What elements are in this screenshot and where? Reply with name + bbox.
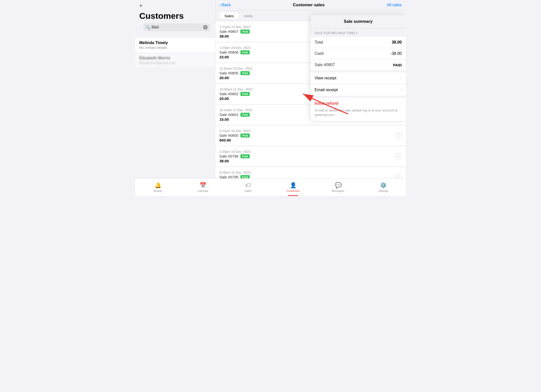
sale-info: 2:35pm 15 Dec, 2022 Sale #0796 Paid 38.0… — [219, 150, 395, 163]
summary-value-paid: PAID — [393, 63, 402, 67]
sales-icon: 🏷 — [245, 182, 251, 189]
summary-row-total: Total 38.00 — [311, 37, 406, 48]
table-row: 2:22pm 16 Dec, 2022 Sale #0800 Paid 600.… — [215, 125, 406, 146]
customer-detail-blurred: elizabethm@email.com — [139, 61, 211, 65]
back-label: Back — [222, 3, 231, 7]
activity-icon: 🔔 — [155, 182, 161, 189]
sale-amount: 38.00 — [219, 159, 395, 163]
paid-badge: Paid — [240, 175, 250, 179]
settings-label: Settings — [378, 189, 388, 192]
sale-line: Sale #0795 Paid — [219, 175, 395, 178]
sale-amount: 600.00 — [219, 138, 395, 142]
sale-summary-panel: Sale summary SALE FOR MELINDA TIMELY Tot… — [311, 15, 406, 121]
messages-icon: 💬 — [335, 182, 342, 189]
tab-bar-activity[interactable]: 🔔 Activity — [135, 179, 180, 196]
paid-badge: Paid — [240, 134, 250, 138]
tab-visits[interactable]: Visits — [239, 12, 258, 20]
issue-refund-section: Issue refund To edit or delete this sale… — [311, 98, 406, 121]
calendar-icon: 📅 — [200, 182, 206, 189]
sale-id: Sale #0800 — [219, 133, 238, 138]
summary-value-cash: -38.00 — [390, 51, 402, 56]
search-bar: 🔍 ✕ — [143, 23, 210, 31]
summary-label-total: Total — [315, 40, 323, 45]
table-row: 2:35pm 15 Dec, 2022 Sale #0796 Paid 38.0… — [215, 146, 406, 167]
search-clear-button[interactable]: ✕ — [203, 25, 208, 30]
sale-id: Sale #0806 — [219, 50, 238, 54]
info-button[interactable]: ⓘ — [395, 132, 402, 139]
view-receipt-button[interactable]: View receipt › — [311, 72, 406, 84]
calendar-label: Calendar — [197, 189, 209, 192]
nav-title: Customer sales — [231, 3, 387, 8]
paid-badge: Paid — [240, 154, 250, 158]
paid-badge: Paid — [240, 113, 250, 117]
sale-id: Sale #0807 — [219, 29, 238, 34]
tab-bar-calendar[interactable]: 📅 Calendar — [180, 179, 225, 196]
sale-info: 9:28am 15 Dec, 2022 Sale #0795 Paid 0.00 — [219, 171, 395, 178]
tab-bar-settings[interactable]: ⚙️ Settings — [361, 179, 406, 196]
nav-bar: ‹ Back Customer sales All sales — [215, 0, 406, 10]
summary-actions: View receipt › Email receipt › — [311, 72, 406, 96]
summary-value-total: 38.00 — [392, 40, 402, 45]
summary-section-label: SALE FOR MELINDA TIMELY — [311, 28, 406, 37]
sale-line: Sale #0800 Paid — [219, 133, 395, 138]
summary-label-sale: Sale #0807 — [315, 63, 335, 67]
customer-name: Melinda Timely — [139, 41, 211, 45]
summary-rows: Total 38.00 Cash -38.00 Sale #0807 PAID — [311, 37, 406, 70]
tab-bar-customers[interactable]: 👤 Customers — [270, 179, 316, 196]
sale-info: 2:22pm 16 Dec, 2022 Sale #0800 Paid 600.… — [219, 129, 395, 142]
customer-name-blurred: Elizabeth Morris — [139, 56, 211, 60]
paid-badge: Paid — [240, 71, 250, 75]
main-content: + Customers 🔍 ✕ Cancel Melinda Timely No… — [135, 0, 406, 178]
issue-refund-note: To edit or delete this sale, please log … — [315, 108, 402, 117]
email-receipt-button[interactable]: Email receipt › — [311, 84, 406, 96]
tab-bar-sales[interactable]: 🏷 Sales — [225, 179, 270, 196]
back-button[interactable]: ‹ Back — [219, 3, 231, 7]
chevron-left-icon: ‹ — [219, 3, 221, 7]
all-sales-button[interactable]: All sales — [387, 3, 402, 7]
sale-id: Sale #0802 — [219, 92, 238, 96]
customer-detail: No contact details — [139, 46, 211, 50]
chevron-right-icon: › — [400, 76, 402, 80]
sale-meta: 2:22pm 16 Dec, 2022 — [219, 129, 395, 133]
tab-bar-messages[interactable]: 💬 Messages — [316, 179, 361, 196]
customers-label: Customers — [286, 189, 300, 192]
sale-id: Sale #0805 — [219, 71, 238, 75]
search-icon: 🔍 — [146, 25, 150, 29]
view-receipt-label: View receipt — [315, 76, 336, 80]
tab-sales[interactable]: Sales — [219, 12, 239, 20]
info-button[interactable]: ⓘ — [395, 174, 402, 179]
activity-label: Activity — [154, 189, 162, 192]
summary-title: Sale summary — [311, 15, 406, 28]
summary-row-sale: Sale #0807 PAID — [311, 59, 406, 70]
customer-list: Melinda Timely No contact details Elizab… — [135, 37, 215, 178]
customer-item-blurred: Elizabeth Morris elizabethm@email.com — [135, 53, 215, 68]
info-button[interactable]: ⓘ — [395, 153, 402, 160]
right-panel: ‹ Back Customer sales All sales Sales Vi… — [215, 0, 406, 178]
sidebar: + Customers 🔍 ✕ Cancel Melinda Timely No… — [135, 0, 215, 178]
sidebar-title: Customers — [135, 10, 215, 23]
customers-icon: 👤 — [290, 182, 297, 189]
paid-badge: Paid — [240, 92, 250, 96]
app-container: + Customers 🔍 ✕ Cancel Melinda Timely No… — [135, 0, 406, 196]
add-button[interactable]: + — [139, 3, 143, 9]
table-row: 9:28am 15 Dec, 2022 Sale #0795 Paid 0.00… — [215, 167, 406, 178]
sidebar-header: + — [135, 0, 215, 10]
search-input[interactable] — [152, 25, 202, 30]
summary-label-cash: Cash — [315, 51, 324, 56]
sale-id: Sale #0795 — [219, 175, 238, 178]
paid-badge: Paid — [240, 30, 250, 34]
sales-label: Sales — [244, 189, 251, 192]
tab-bar: 🔔 Activity 📅 Calendar 🏷 Sales 👤 Customer… — [135, 178, 406, 196]
email-receipt-label: Email receipt — [315, 88, 338, 92]
paid-badge: Paid — [240, 50, 250, 54]
sale-id: Sale #0801 — [219, 112, 238, 117]
settings-icon: ⚙️ — [380, 182, 387, 189]
summary-row-cash: Cash -38.00 — [311, 48, 406, 59]
sale-meta: 2:35pm 15 Dec, 2022 — [219, 150, 395, 154]
sale-line: Sale #0796 Paid — [219, 154, 395, 158]
chevron-right-icon-2: › — [400, 88, 402, 92]
issue-refund-button[interactable]: Issue refund — [315, 101, 402, 106]
sale-id: Sale #0796 — [219, 154, 238, 158]
sale-meta: 9:28am 15 Dec, 2022 — [219, 171, 395, 174]
customer-item-melinda[interactable]: Melinda Timely No contact details — [135, 37, 215, 53]
